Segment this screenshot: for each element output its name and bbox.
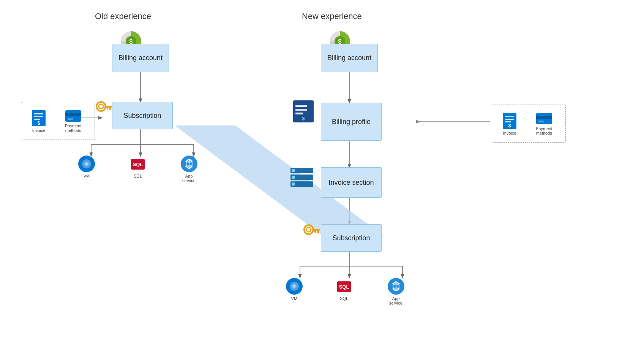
svg-rect-76 — [536, 116, 552, 119]
svg-rect-53 — [292, 176, 295, 179]
svg-rect-24 — [107, 107, 108, 110]
old-invoice-wrap: $ Invoice — [31, 110, 46, 133]
old-vm-wrap: VM — [78, 155, 95, 178]
old-vm-label: VM — [84, 174, 90, 178]
svg-rect-47 — [295, 109, 307, 111]
svg-point-64 — [293, 285, 295, 287]
new-billing-account-box: Billing account — [321, 44, 378, 72]
svg-point-56 — [304, 225, 313, 234]
svg-text:SQL: SQL — [339, 284, 349, 290]
svg-rect-51 — [292, 169, 295, 172]
old-appservice-wrap: App service — [178, 155, 199, 183]
new-payment-label: Payment methods — [533, 126, 556, 135]
svg-rect-48 — [295, 113, 303, 114]
old-invoice-payment-box: $ Invoice Payment methods — [21, 102, 95, 140]
old-invoice-label: Invoice — [32, 128, 46, 133]
new-invoice-payment-box: $ Invoice Payment methods — [492, 105, 566, 143]
new-appservice-label: App service — [385, 296, 406, 305]
new-billing-profile-icon: $ — [292, 100, 314, 125]
svg-rect-23 — [109, 107, 111, 110]
old-payment-label: Payment methods — [62, 124, 85, 133]
old-sql-label: SQL — [134, 174, 142, 178]
new-billing-profile-box: Billing profile — [321, 103, 382, 141]
svg-rect-73 — [505, 121, 511, 122]
svg-point-57 — [306, 227, 311, 232]
new-vm-wrap: VM — [286, 278, 303, 301]
new-invoice-section-icon — [289, 166, 315, 190]
svg-rect-46 — [295, 105, 307, 107]
old-payment-wrap: Payment methods — [62, 110, 85, 133]
svg-rect-41 — [68, 118, 73, 120]
svg-point-21 — [99, 104, 103, 109]
svg-rect-59 — [317, 230, 319, 233]
new-invoice-wrap: $ Invoice — [502, 112, 517, 135]
new-subscription-box: Subscription — [321, 224, 382, 252]
new-invoice-section-box: Invoice section — [321, 167, 382, 198]
svg-rect-37 — [34, 119, 40, 120]
svg-rect-35 — [34, 113, 43, 114]
svg-rect-40 — [65, 113, 81, 116]
old-subscription-box: Subscription — [112, 102, 173, 129]
svg-point-20 — [96, 102, 106, 111]
new-title: New experience — [302, 11, 362, 21]
new-sql-wrap: SQL SQL — [335, 278, 353, 301]
new-invoice-label: Invoice — [503, 131, 516, 135]
old-title: Old experience — [95, 11, 151, 21]
new-payment-wrap: Payment methods — [533, 112, 556, 135]
new-sql-label: SQL — [340, 296, 348, 301]
svg-text:$: $ — [508, 123, 511, 129]
diagram-container: Old experience $ Billing account Subscri… — [0, 0, 644, 346]
svg-text:$: $ — [302, 116, 305, 121]
old-billing-account-box: Billing account — [112, 44, 169, 72]
svg-rect-72 — [505, 119, 514, 120]
new-key-icon — [302, 221, 321, 242]
svg-rect-36 — [34, 116, 43, 117]
svg-rect-71 — [505, 116, 514, 117]
old-appservice-label: App service — [178, 174, 199, 183]
new-vm-label: VM — [291, 296, 298, 301]
svg-rect-77 — [538, 121, 544, 122]
svg-text:$: $ — [38, 121, 40, 126]
svg-point-28 — [85, 163, 88, 165]
svg-rect-60 — [314, 230, 316, 233]
svg-text:SQL: SQL — [133, 162, 143, 167]
new-appservice-wrap: App service — [385, 278, 406, 305]
svg-rect-55 — [292, 183, 295, 186]
old-key-icon — [94, 98, 113, 119]
old-sql-wrap: SQL SQL — [129, 155, 147, 178]
